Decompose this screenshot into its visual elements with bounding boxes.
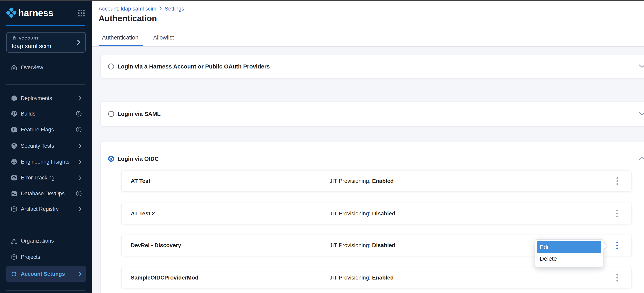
info-icon[interactable] [76,111,82,117]
page-header: Account: ldap saml scim Settings Authent… [92,1,644,29]
provider-name: AT Test 2 [131,210,155,217]
provider-menu-button[interactable] [613,272,622,284]
sidebar-item-label: Error Tracking [21,175,54,181]
sidebar: harness ACCOUNT ldap saml scim [0,0,92,293]
sidebar-item-label: Feature Flags [21,127,54,133]
jit-provisioning: JIT Provisioning:Enabled [330,274,394,281]
sidebar-item-organizations[interactable]: Organizations [6,235,86,246]
expand-oauth-button[interactable] [639,64,644,69]
sidebar-item-security-tests[interactable]: Security Tests [6,140,86,151]
organizations-icon [11,237,18,244]
sidebar-divider [6,226,85,226]
expand-saml-button[interactable] [639,112,644,116]
auth-option-saml-card[interactable]: Login via SAML [100,102,644,126]
radio-oauth[interactable] [108,64,114,70]
security-tests-icon [11,143,18,149]
active-tab-underline [99,45,143,46]
chevron-right-icon [78,175,82,180]
breadcrumb-account-link[interactable]: Account: ldap saml scim [98,6,156,12]
database-devops-icon [11,190,18,197]
auth-option-label: Login via OIDC [118,156,159,162]
sidebar-item-overview[interactable]: Overview [6,62,86,73]
harness-logo-text: harness [18,7,53,18]
provider-menu-button[interactable] [613,175,622,187]
auth-option-label: Login via SAML [118,111,161,117]
provider-menu-button[interactable] [613,239,622,251]
kebab-dot [616,210,618,211]
chevron-right-icon [78,271,82,276]
gear-icon [11,270,18,277]
account-switcher[interactable]: ACCOUNT ldap saml scim [6,32,86,53]
auth-option-label: Login via a Harness Account or Public OA… [118,63,270,70]
info-icon[interactable] [76,127,82,133]
sidebar-item-label: Builds [21,111,36,117]
provider-name: DevRel - Discovery [131,242,181,248]
harness-logo-link[interactable]: harness [6,4,86,21]
breadcrumb-settings-link[interactable]: Settings [165,6,184,12]
chevron-right-icon [78,206,82,212]
sidebar-item-deployments[interactable]: ∞ Deployments [6,93,86,104]
jit-provisioning-value: Enabled [372,274,394,281]
svg-text:∞: ∞ [13,97,15,100]
sidebar-item-account-settings[interactable]: Account Settings [6,266,86,282]
chevron-right-icon [78,143,82,148]
info-icon[interactable] [76,191,82,196]
collapse-oidc-button[interactable] [639,157,644,161]
jit-provisioning-value: Disabled [372,210,395,217]
error-tracking-icon [11,174,18,181]
account-name: ldap saml scim [12,43,81,50]
jit-provisioning-label: JIT Provisioning: [330,210,370,217]
breadcrumb: Account: ldap saml scim Settings [98,6,184,12]
harness-logo-icon [6,7,17,18]
tab-bar: Authentication Allowlist [92,29,644,47]
oidc-provider-row: AT Test 2 JIT Provisioning:Disabled [122,203,632,224]
chevron-right-icon [76,39,81,47]
sidebar-item-label: Organizations [21,238,54,244]
account-scope-label: ACCOUNT [19,37,39,41]
jit-provisioning: JIT Provisioning:Disabled [330,242,395,248]
sidebar-item-artifact-registry[interactable]: Artifact Registry [6,203,86,215]
tab-allowlist[interactable]: Allowlist [153,29,174,46]
chevron-right-icon [78,96,82,101]
sidebar-item-label: Database DevOps [21,191,65,197]
kebab-dot [616,216,618,217]
radio-oidc[interactable] [108,156,114,162]
auth-option-oauth-card[interactable]: Login via a Harness Account or Public OA… [100,55,644,78]
oidc-provider-row: SampleOIDCProviderMod JIT Provisioning:E… [122,267,632,288]
sidebar-item-database-devops[interactable]: Database DevOps [6,188,86,199]
provider-menu-button[interactable] [613,208,622,219]
logo-accent-underline [6,25,85,26]
menu-item-delete[interactable]: Delete [537,253,601,264]
page-title: Authentication [98,14,157,23]
app-grid-button[interactable] [78,9,85,17]
chevron-down-icon [639,66,644,69]
menu-item-edit[interactable]: Edit [537,241,601,253]
sidebar-item-label: Artifact Registry [21,206,59,212]
kebab-dot [616,247,618,249]
jit-provisioning-label: JIT Provisioning: [330,242,370,248]
tab-label: Authentication [102,34,138,41]
tab-label: Allowlist [153,34,174,41]
tab-authentication[interactable]: Authentication [102,29,138,46]
kebab-dot [616,244,618,246]
sidebar-item-error-tracking[interactable]: Error Tracking [6,172,86,183]
radio-saml[interactable] [108,111,114,117]
kebab-dot [616,213,618,214]
main-content: Account: ldap saml scim Settings Authent… [92,1,644,293]
engineering-insights-icon [11,158,18,165]
oidc-provider-row: AT Test JIT Provisioning:Enabled [122,170,632,192]
kebab-dot [616,280,618,281]
jit-provisioning-label: JIT Provisioning: [330,274,370,281]
chevron-up-icon [639,158,644,161]
jit-provisioning-label: JIT Provisioning: [330,178,370,184]
kebab-dot [616,242,618,243]
sidebar-item-feature-flags[interactable]: Feature Flags [6,124,86,135]
oidc-card-header[interactable]: Login via OIDC [108,153,159,165]
chevron-right-icon [78,159,82,164]
sidebar-item-label: Deployments [21,95,52,101]
sidebar-item-projects[interactable]: Projects [6,251,86,263]
sidebar-item-engineering-insights[interactable]: Engineering Insights [6,156,86,167]
sidebar-item-builds[interactable]: Builds [6,108,86,119]
grid-9-dots-icon [78,15,85,18]
builds-icon [11,110,18,117]
